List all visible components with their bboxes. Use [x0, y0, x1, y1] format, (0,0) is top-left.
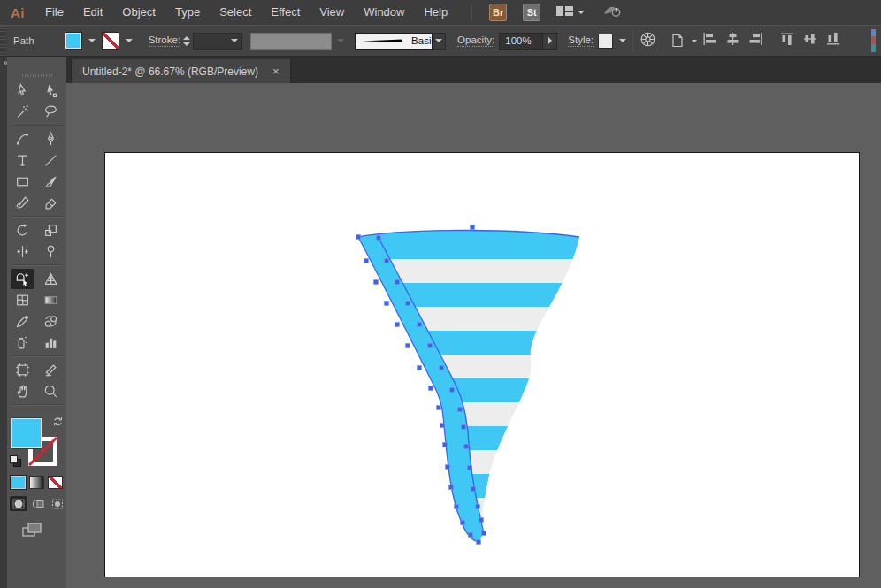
- chevron-down-icon[interactable]: [126, 39, 133, 42]
- document-setup-control[interactable]: [670, 33, 697, 49]
- menu-object[interactable]: Object: [112, 0, 165, 25]
- none-button[interactable]: [48, 476, 63, 489]
- swap-fill-stroke-icon[interactable]: [52, 416, 64, 427]
- style-panel-link[interactable]: Style:: [568, 34, 594, 47]
- gradient-tool[interactable]: [39, 290, 63, 310]
- brush-definition-control[interactable]: Basic: [355, 33, 446, 50]
- vertical-align-top-icon[interactable]: [780, 32, 795, 50]
- anchor-point[interactable]: [395, 323, 400, 327]
- menu-edit[interactable]: Edit: [73, 0, 112, 25]
- stepper-up-icon[interactable]: [183, 36, 190, 40]
- scale-tool[interactable]: [39, 220, 63, 241]
- symbol-sprayer-tool[interactable]: [11, 332, 34, 353]
- shape-builder-tool[interactable]: [11, 269, 34, 289]
- color-button[interactable]: [11, 476, 26, 489]
- menu-effect[interactable]: Effect: [261, 0, 310, 25]
- draw-inside-button[interactable]: [49, 496, 66, 511]
- anchor-point[interactable]: [440, 366, 444, 370]
- anchor-point[interactable]: [455, 505, 459, 509]
- document-tab[interactable]: Untitled-2* @ 66.67% (RGB/Preview) ×: [71, 59, 291, 83]
- eraser-tool[interactable]: [39, 193, 63, 213]
- selection-tool[interactable]: [11, 80, 34, 101]
- anchor-point[interactable]: [446, 465, 450, 470]
- gradient-button[interactable]: [29, 476, 44, 489]
- vertical-align-bottom-icon[interactable]: [826, 32, 841, 50]
- stroke-weight-stepper[interactable]: [183, 36, 190, 46]
- anchor-point[interactable]: [356, 235, 361, 240]
- workspace-switcher[interactable]: [555, 4, 585, 21]
- zoom-tool[interactable]: [39, 381, 63, 401]
- menu-window[interactable]: Window: [354, 0, 414, 25]
- anchor-point[interactable]: [476, 505, 480, 509]
- anchor-point[interactable]: [443, 443, 448, 447]
- anchor-point[interactable]: [469, 533, 473, 538]
- slice-tool[interactable]: [39, 360, 63, 380]
- artboard[interactable]: [104, 152, 860, 577]
- anchor-point[interactable]: [440, 424, 445, 428]
- draw-behind-button[interactable]: [29, 496, 47, 511]
- chevron-down-icon[interactable]: [619, 39, 626, 42]
- panel-grip-dots[interactable]: [22, 74, 52, 77]
- rotate-tool[interactable]: [11, 220, 34, 241]
- paintbrush-tool[interactable]: [39, 172, 63, 192]
- hand-tool[interactable]: [11, 381, 34, 401]
- line-segment-tool[interactable]: [39, 150, 63, 171]
- mesh-tool[interactable]: [11, 290, 34, 310]
- anchor-point[interactable]: [471, 487, 476, 492]
- anchor-point[interactable]: [468, 466, 472, 470]
- magic-wand-tool[interactable]: [11, 102, 34, 122]
- anchor-point[interactable]: [377, 236, 381, 241]
- puppet-warp-tool[interactable]: [39, 241, 63, 262]
- brush-dropdown-button[interactable]: [433, 33, 446, 50]
- horizontal-align-center-icon[interactable]: [725, 32, 740, 50]
- fill-proxy-swatch[interactable]: [11, 418, 42, 448]
- menu-type[interactable]: Type: [165, 0, 210, 25]
- anchor-point[interactable]: [450, 388, 455, 393]
- anchor-point[interactable]: [464, 445, 469, 449]
- brush-preview[interactable]: Basic: [355, 33, 433, 50]
- anchor-point[interactable]: [428, 344, 433, 348]
- eyedropper-tool[interactable]: [11, 311, 34, 332]
- draw-normal-button[interactable]: [10, 496, 27, 511]
- anchor-point[interactable]: [374, 280, 379, 285]
- rectangle-tool[interactable]: [11, 172, 34, 192]
- width-tool[interactable]: [11, 241, 34, 262]
- type-tool[interactable]: [11, 150, 34, 171]
- anchor-point[interactable]: [462, 425, 466, 430]
- pen-tool[interactable]: [39, 129, 63, 149]
- anchor-point[interactable]: [418, 366, 422, 370]
- stroke-color-control[interactable]: [102, 32, 133, 50]
- bridge-button[interactable]: Br: [489, 4, 507, 21]
- horizontal-align-left-icon[interactable]: [702, 32, 717, 50]
- curvature-tool[interactable]: [11, 129, 34, 149]
- anchor-point[interactable]: [395, 280, 400, 285]
- stepper-down-icon[interactable]: [183, 42, 190, 46]
- anchor-point[interactable]: [385, 259, 389, 263]
- perspective-grid-tool[interactable]: [39, 269, 63, 289]
- tab-close-icon[interactable]: ×: [272, 65, 280, 78]
- recolor-artwork-icon[interactable]: [640, 31, 656, 51]
- default-fill-stroke-icon[interactable]: [10, 455, 21, 467]
- menu-help[interactable]: Help: [414, 0, 457, 25]
- menu-view[interactable]: View: [310, 0, 354, 25]
- anchor-point[interactable]: [477, 540, 481, 545]
- menu-file[interactable]: File: [35, 0, 73, 25]
- opacity-value-field[interactable]: 100%: [499, 33, 543, 50]
- anchor-point[interactable]: [418, 323, 422, 327]
- menu-select[interactable]: Select: [210, 0, 261, 25]
- sync-status-icon[interactable]: [602, 4, 622, 22]
- direct-selection-tool[interactable]: [39, 80, 63, 101]
- tornado-artwork[interactable]: [105, 153, 861, 578]
- opacity-panel-link[interactable]: Opacity:: [457, 34, 494, 47]
- change-screen-mode-icon[interactable]: [21, 522, 66, 541]
- anchor-point[interactable]: [471, 225, 475, 230]
- shaper-tool[interactable]: [11, 193, 34, 213]
- chevron-down-icon[interactable]: [88, 39, 96, 42]
- anchor-point[interactable]: [461, 521, 465, 525]
- anchor-point[interactable]: [364, 259, 369, 263]
- graphic-style-swatch[interactable]: [598, 34, 613, 49]
- anchor-point[interactable]: [479, 518, 484, 523]
- pasteboard[interactable]: [66, 83, 881, 588]
- stroke-weight-select[interactable]: [193, 33, 242, 50]
- anchor-point[interactable]: [458, 408, 463, 412]
